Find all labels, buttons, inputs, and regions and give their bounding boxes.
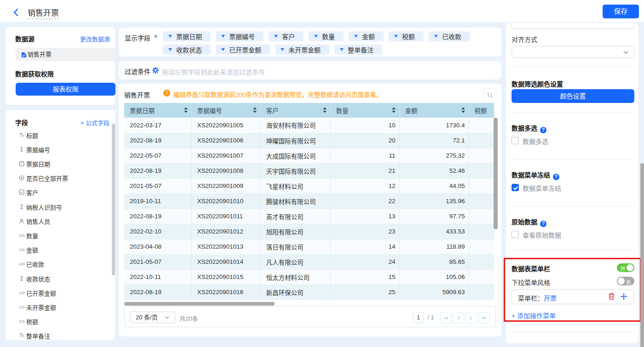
svg-text:123: 123 [19, 291, 24, 295]
svg-text:123: 123 [19, 248, 24, 252]
svg-text:123: 123 [19, 305, 24, 309]
svg-text:123: 123 [19, 319, 24, 324]
svg-text:123: 123 [19, 233, 24, 238]
svg-text:123: 123 [19, 262, 24, 267]
svg-text:7: 7 [21, 163, 23, 165]
